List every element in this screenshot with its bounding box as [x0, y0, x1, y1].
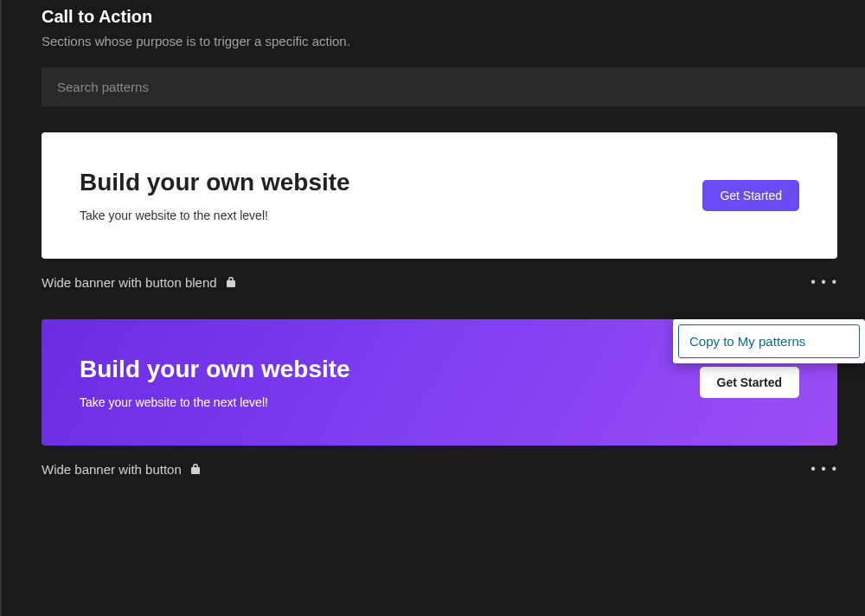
pattern-heading: Build your own website	[80, 356, 700, 383]
pattern-subheading: Take your website to the next level!	[80, 209, 702, 222]
page-subtitle: Sections whose purpose is to trigger a s…	[42, 34, 865, 48]
lock-icon	[226, 276, 236, 288]
page-title: Call to Action	[42, 7, 865, 27]
pattern-preview-white[interactable]: Build your own website Take your website…	[42, 132, 837, 259]
copy-to-my-patterns-button[interactable]: Copy to My patterns	[678, 324, 860, 358]
pattern-name-label: Wide banner with button blend	[42, 275, 217, 290]
actions-popover: Copy to My patterns	[673, 319, 865, 363]
lock-icon	[190, 463, 201, 475]
get-started-button[interactable]: Get Started	[700, 367, 799, 398]
more-actions-button[interactable]: • • •	[811, 274, 837, 290]
pattern-name-label: Wide banner with button	[42, 462, 182, 477]
pattern-subheading: Take your website to the next level!	[80, 395, 700, 409]
more-actions-button[interactable]: • • •	[811, 461, 837, 477]
get-started-button[interactable]: Get Started	[702, 180, 799, 211]
search-input[interactable]	[42, 67, 865, 106]
pattern-heading: Build your own website	[80, 169, 702, 196]
